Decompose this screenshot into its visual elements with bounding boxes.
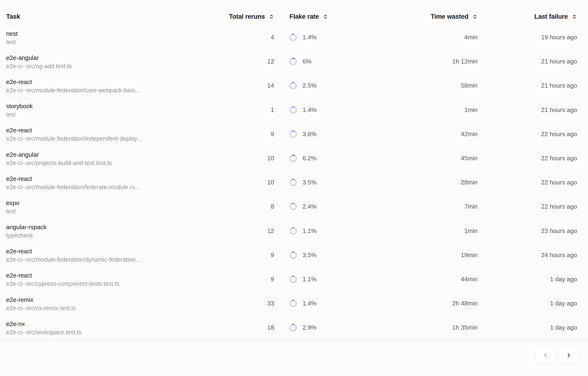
last-failure-value: 1 day ago <box>478 300 577 307</box>
table-row[interactable]: e2e-remixe2e-ci--src/nx-remix.test.ts331… <box>0 292 588 316</box>
task-target: e2e-ci--src/module-federation/dynamic-fe… <box>6 255 226 263</box>
flake-rate-ring-icon <box>289 300 297 307</box>
table-row[interactable]: e2e-reacte2e-ci--src/module-federation/f… <box>0 170 588 195</box>
last-failure-value: 21 hours ago <box>478 58 577 65</box>
flake-rate-ring-icon <box>289 82 297 89</box>
last-failure-value: 22 hours ago <box>478 155 577 162</box>
column-header-time-wasted[interactable]: Time wasted <box>430 13 478 20</box>
flake-rate-cell: 6% <box>274 58 430 65</box>
table-row[interactable]: angular-rspacktypecheck121.1%1min23 hour… <box>0 219 588 243</box>
column-header-label: Flake rate <box>289 13 319 20</box>
task-target: e2e-ci--src/nx-remix.test.ts <box>6 304 226 312</box>
sort-chevrons-icon[interactable] <box>472 14 478 20</box>
task-cell: e2e-reacte2e-ci--src/module-federation/f… <box>6 174 226 191</box>
task-name: e2e-react <box>6 126 226 135</box>
flake-rate-ring-icon <box>289 155 297 162</box>
last-failure-value: 22 hours ago <box>478 130 577 138</box>
total-reruns-value: 14 <box>226 82 274 89</box>
table-row[interactable]: e2e-reacte2e-ci--src/module-federation/d… <box>0 243 588 267</box>
task-cell: e2e-reacte2e-ci--src/module-federation/d… <box>6 247 226 263</box>
task-name: expo <box>6 199 226 207</box>
column-header-last-failure[interactable]: Last failure <box>478 13 577 20</box>
flake-rate-cell: 3.6% <box>274 130 430 138</box>
task-target: e2e-ci--src/ng-add.test.ts <box>6 62 226 70</box>
flake-rate-cell: 1.4% <box>274 300 430 307</box>
task-name: e2e-react <box>6 175 226 183</box>
total-reruns-value: 18 <box>226 324 274 331</box>
time-wasted-value: 1min <box>430 227 478 235</box>
flaky-tasks-table: Task Total reruns Flake rate Time wasted… <box>0 0 588 340</box>
time-wasted-value: 1h 35min <box>430 324 478 331</box>
previous-page-button[interactable] <box>535 347 555 363</box>
flake-rate-value: 1.4% <box>302 106 317 114</box>
total-reruns-value: 12 <box>226 58 274 65</box>
column-header-label: Last failure <box>534 13 568 20</box>
time-wasted-value: 58min <box>430 82 478 89</box>
sort-chevrons-icon[interactable] <box>269 14 274 20</box>
flake-rate-cell: 3.5% <box>274 251 430 259</box>
task-cell: angular-rspacktypecheck <box>6 222 226 239</box>
last-failure-value: 1 day ago <box>478 276 577 283</box>
table-row[interactable]: expotest82.4%7min22 hours ago <box>0 195 588 219</box>
table-header: Task Total reruns Flake rate Time wasted… <box>0 0 588 25</box>
flake-rate-value: 1.4% <box>302 300 317 307</box>
flake-rate-value: 3.5% <box>302 179 317 186</box>
flake-rate-ring-icon <box>289 106 297 114</box>
table-row[interactable]: e2e-angulare2e-ci--src/projects-build-an… <box>0 146 588 170</box>
flaky-tasks-page: Task Total reruns Flake rate Time wasted… <box>0 0 588 376</box>
column-header-flake-rate[interactable]: Flake rate <box>274 13 430 20</box>
time-wasted-value: 44min <box>430 276 478 283</box>
table-row[interactable]: e2e-reacte2e-ci--src/cypress-component-t… <box>0 267 588 292</box>
table-row[interactable]: e2e-reacte2e-ci--src/module-federation/c… <box>0 74 588 98</box>
task-target: e2e-ci--src/module-federation/independen… <box>6 135 226 143</box>
task-name: e2e-react <box>6 78 226 86</box>
task-name: angular-rspack <box>6 223 226 231</box>
task-name: e2e-react <box>6 247 226 255</box>
column-header-total-reruns[interactable]: Total reruns <box>226 13 274 20</box>
time-wasted-value: 4min <box>430 34 478 41</box>
task-cell: e2e-reacte2e-ci--src/module-federation/c… <box>6 77 226 94</box>
flake-rate-ring-icon <box>289 203 297 210</box>
flake-rate-cell: 1.1% <box>274 227 430 235</box>
flake-rate-ring-icon <box>289 179 297 186</box>
last-failure-value: 22 hours ago <box>478 179 577 186</box>
sort-chevrons-icon[interactable] <box>572 14 577 20</box>
time-wasted-value: 1h 12min <box>430 58 478 65</box>
flake-rate-cell: 2.9% <box>274 324 430 331</box>
task-name: e2e-react <box>6 271 226 280</box>
flake-rate-value: 6% <box>302 58 311 65</box>
flake-rate-value: 2.5% <box>302 82 317 89</box>
table-row[interactable]: e2e-reacte2e-ci--src/module-federation/i… <box>0 122 588 146</box>
sort-chevrons-icon[interactable] <box>323 14 328 20</box>
table-row[interactable]: nesttest41.4%4min19 hours ago <box>0 25 588 50</box>
last-failure-value: 21 hours ago <box>478 106 577 114</box>
flake-rate-ring-icon <box>289 227 297 235</box>
total-reruns-value: 9 <box>226 276 274 283</box>
total-reruns-value: 1 <box>226 106 274 114</box>
task-target: e2e-ci--src/cypress-component-tests.test… <box>6 280 226 288</box>
last-failure-value: 1 day ago <box>478 324 577 331</box>
task-cell: e2e-nxe2e-ci--src/workspace.test.ts <box>6 319 226 336</box>
table-row[interactable]: e2e-angulare2e-ci--src/ng-add.test.ts126… <box>0 50 588 74</box>
flake-rate-cell: 1.4% <box>274 106 430 114</box>
task-name: nest <box>6 29 226 38</box>
task-target: e2e-ci--src/projects-build-and-test.test… <box>6 159 226 167</box>
task-cell: e2e-reacte2e-ci--src/module-federation/i… <box>6 125 226 143</box>
table-row[interactable]: e2e-nxe2e-ci--src/workspace.test.ts182.9… <box>0 316 588 340</box>
total-reruns-value: 10 <box>226 179 274 186</box>
task-cell: nesttest <box>6 29 226 46</box>
flake-rate-value: 1.1% <box>302 276 317 283</box>
task-cell: e2e-remixe2e-ci--src/nx-remix.test.ts <box>6 295 226 312</box>
flake-rate-ring-icon <box>289 276 297 283</box>
time-wasted-value: 2h 48min <box>430 300 478 307</box>
task-name: e2e-remix <box>6 295 226 304</box>
task-cell: storybooktest <box>6 101 226 118</box>
last-failure-value: 24 hours ago <box>478 251 577 259</box>
flake-rate-value: 1.1% <box>302 227 317 235</box>
task-cell: e2e-angulare2e-ci--src/ng-add.test.ts <box>6 53 226 70</box>
task-target: test <box>6 110 226 118</box>
total-reruns-value: 9 <box>226 130 274 138</box>
table-row[interactable]: storybooktest11.4%1min21 hours ago <box>0 98 588 122</box>
next-page-button[interactable] <box>559 347 578 363</box>
task-target: typecheck <box>6 231 226 239</box>
